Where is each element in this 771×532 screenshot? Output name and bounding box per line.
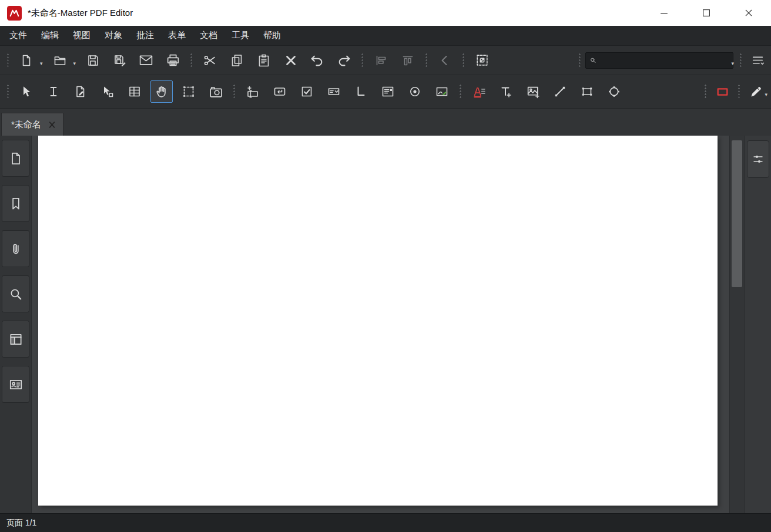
align-top-button[interactable]	[397, 49, 419, 72]
edit-text-tool-button[interactable]	[468, 80, 490, 103]
menu-tools[interactable]: 工具	[224, 26, 256, 45]
pen-dropdown[interactable]: ▾	[765, 92, 767, 97]
text-select-icon	[46, 85, 61, 99]
edit-forms-tool-button[interactable]	[96, 80, 119, 103]
close-button[interactable]	[740, 5, 757, 21]
sidebar-form-fields-button[interactable]	[2, 321, 29, 358]
sidebar-search-button[interactable]	[2, 275, 29, 312]
paperclip-icon	[8, 241, 24, 257]
toolbar-grip[interactable]	[6, 53, 9, 68]
toolbar-grip[interactable]	[425, 53, 428, 68]
email-button[interactable]	[135, 49, 157, 72]
menu-view[interactable]: 视图	[66, 26, 98, 45]
toolbar-grip[interactable]	[462, 53, 465, 68]
add-text-tool-button[interactable]	[495, 80, 517, 103]
open-button[interactable]	[49, 49, 71, 72]
menu-help[interactable]: 帮助	[256, 26, 288, 45]
list-icon	[381, 85, 395, 99]
scrollbar-thumb[interactable]	[732, 140, 742, 287]
bookmark-icon	[8, 196, 24, 211]
document-tab[interactable]: *未命名	[1, 113, 63, 136]
menu-edit[interactable]: 编辑	[34, 26, 66, 45]
sliders-icon	[751, 152, 765, 166]
select-area-tool-button[interactable]	[177, 80, 200, 103]
list-box-tool-button[interactable]	[350, 80, 372, 103]
tab-close-icon[interactable]	[48, 121, 56, 129]
print-button[interactable]	[162, 49, 184, 72]
page-indicator: 页面 1/1	[6, 518, 36, 528]
cut-icon	[203, 53, 217, 68]
menu-object[interactable]: 对象	[98, 26, 129, 45]
combo-box-tool-button[interactable]	[323, 80, 345, 103]
toolbar-grip[interactable]	[738, 84, 740, 99]
zoom-to-selection-button[interactable]	[471, 49, 493, 72]
menu-forms[interactable]: 表单	[161, 26, 193, 45]
toolbar-grip[interactable]	[190, 53, 193, 68]
edit-document-tool-button[interactable]	[69, 80, 92, 103]
sidebar-signatures-button[interactable]	[2, 366, 29, 403]
statusbar: 页面 1/1	[0, 513, 771, 532]
redo-button[interactable]	[333, 49, 355, 72]
search-dropdown[interactable]: ▾	[731, 60, 734, 66]
rectangle-tool-button[interactable]	[576, 80, 598, 103]
select-tool-button[interactable]	[15, 80, 38, 103]
cut-button[interactable]	[199, 49, 221, 72]
new-document-dropdown[interactable]: ▾	[40, 60, 43, 66]
hand-tool-button[interactable]	[150, 80, 173, 103]
copy-button[interactable]	[226, 49, 248, 72]
select-text-tool-button[interactable]	[42, 80, 65, 103]
signature-field-tool-button[interactable]	[431, 80, 453, 103]
document-canvas[interactable]	[32, 136, 729, 513]
save-button[interactable]	[82, 49, 104, 72]
toolbar-grip[interactable]	[6, 84, 9, 99]
add-image-tool-button[interactable]	[522, 80, 544, 103]
delete-button[interactable]	[280, 49, 302, 72]
search-input[interactable]	[600, 55, 729, 65]
radio-button-icon	[408, 85, 422, 99]
forms-manager-button[interactable]	[123, 80, 146, 103]
pen-tool-button[interactable]	[745, 80, 767, 103]
vertical-scrollbar[interactable]	[729, 136, 744, 513]
radio-button-tool-button[interactable]	[404, 80, 426, 103]
menu-file[interactable]: 文件	[2, 26, 34, 45]
minimize-button[interactable]	[656, 5, 672, 21]
snapshot-tool-button[interactable]	[205, 80, 227, 103]
list-tool-button[interactable]	[377, 80, 399, 103]
toolbar-grip[interactable]	[361, 53, 364, 68]
sidebar-attachments-button[interactable]	[2, 230, 29, 267]
toolbar-grip[interactable]	[459, 84, 462, 99]
toolbar-grip[interactable]	[233, 84, 236, 99]
toolbar-grip[interactable]	[578, 53, 581, 68]
toolbar-grip[interactable]	[704, 84, 707, 99]
edit-text-icon	[472, 85, 487, 99]
open-folder-icon	[53, 53, 67, 68]
maximize-button[interactable]	[698, 5, 715, 21]
menu-document[interactable]: 文档	[193, 26, 224, 45]
pdf-page[interactable]	[38, 136, 718, 506]
back-button[interactable]	[434, 49, 456, 72]
pen-icon	[748, 84, 763, 99]
toolbar-grip[interactable]	[739, 53, 742, 68]
open-dropdown[interactable]: ▾	[73, 60, 76, 66]
search-box[interactable]	[585, 52, 733, 69]
push-button-tool-button[interactable]	[269, 80, 291, 103]
window-controls	[656, 5, 765, 21]
properties-panel-button[interactable]	[747, 140, 769, 178]
menu-annotation[interactable]: 批注	[129, 26, 161, 45]
toolbar-options-icon	[750, 53, 765, 68]
app-logo-icon	[7, 6, 22, 21]
line-tool-button[interactable]	[549, 80, 571, 103]
undo-button[interactable]	[306, 49, 328, 72]
paste-button[interactable]	[253, 49, 275, 72]
sidebar-bookmarks-button[interactable]	[2, 185, 29, 222]
ellipse-tool-button[interactable]	[603, 80, 625, 103]
tabbar: *未命名	[0, 108, 771, 136]
red-rectangle-tool-button[interactable]	[711, 80, 733, 103]
sidebar-thumbnails-button[interactable]	[2, 140, 29, 177]
checkbox-tool-button[interactable]	[296, 80, 318, 103]
save-as-button[interactable]	[109, 49, 131, 72]
align-left-button[interactable]	[370, 49, 392, 72]
text-field-tool-button[interactable]	[242, 80, 264, 103]
toolbar-options-button[interactable]	[746, 49, 769, 72]
new-document-button[interactable]	[15, 49, 38, 72]
